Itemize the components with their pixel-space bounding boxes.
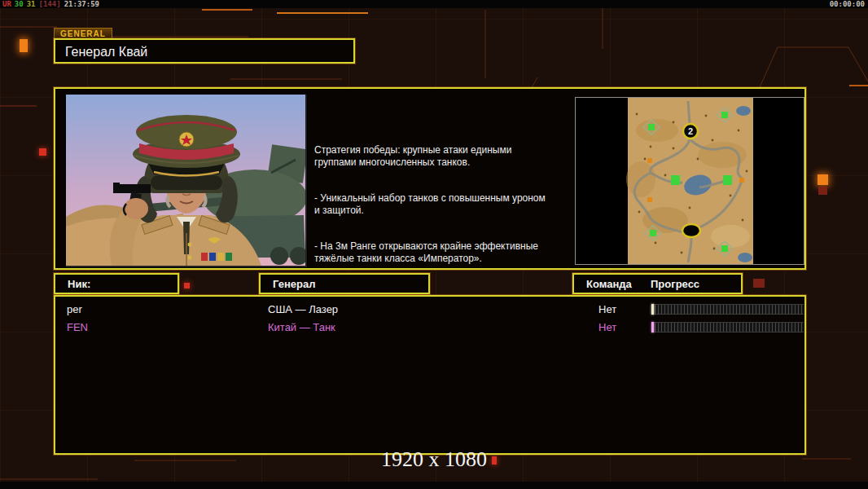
circuit-square <box>184 283 190 289</box>
player-row: per США — Лазер Нет <box>55 302 804 318</box>
session-timer: 00:00:00 <box>830 0 865 8</box>
general-title: Генерал Квай <box>65 45 147 59</box>
osd-clock: 21:37:59 <box>64 0 99 8</box>
header-nick: Ник: <box>54 273 179 294</box>
header-team-label: Команда <box>586 278 632 290</box>
general-description: Стратегия победы: крупные атаки едиными … <box>314 132 583 289</box>
general-info-panel: Стратегия победы: крупные атаки едиными … <box>54 87 806 270</box>
player-team: Нет <box>598 303 616 315</box>
osd-label: UR <box>2 0 11 8</box>
player-nick: per <box>67 303 82 315</box>
top-letterbox <box>0 0 868 8</box>
osd-framerate: [144] <box>39 0 61 8</box>
header-progress-label: Прогресс <box>651 278 699 290</box>
resolution-label: 1920 x 1080 <box>0 447 868 472</box>
player-team: Нет <box>598 321 616 333</box>
circuit-square <box>39 148 46 156</box>
lobby-screen: { "colors": { "accent_yellow": "#d6d62e"… <box>0 0 868 489</box>
minimap-start-marker-2: 2 <box>688 126 693 136</box>
circuit-square <box>753 279 765 288</box>
player-row: FEN Китай — Танк Нет <box>55 319 804 336</box>
header-general: Генерал <box>259 273 430 294</box>
bottom-letterbox <box>0 482 868 489</box>
description-paragraph: - На 3м Ранге открываются крайне эффекти… <box>314 240 583 265</box>
circuit-square <box>818 174 828 185</box>
general-title-box: Генерал Квай <box>54 38 355 64</box>
header-general-label: Генерал <box>273 278 315 290</box>
players-panel: per США — Лазер Нет FEN Китай — Танк Нет <box>54 295 806 455</box>
description-paragraph: Стратегия победы: крупные атаки едиными … <box>314 144 583 169</box>
minimap-preview[interactable]: 2 <box>575 97 804 265</box>
osd-value: 30 <box>15 0 24 8</box>
fps-osd: UR3031[144]21:37:59 <box>2 0 103 8</box>
player-nick: FEN <box>67 321 88 333</box>
circuit-square <box>20 39 28 52</box>
header-team-progress: Команда Прогресс <box>572 273 743 294</box>
player-progress-bar <box>651 322 804 333</box>
progress-fill <box>651 322 654 333</box>
general-portrait <box>65 94 308 268</box>
circuit-square <box>818 187 827 195</box>
header-nick-label: Ник: <box>68 278 90 290</box>
minimap-start-marker-bottom <box>682 224 700 237</box>
description-paragraph: - Уникальный набор танков с повышенным у… <box>314 192 583 217</box>
player-general: США — Лазер <box>268 303 338 315</box>
player-progress-bar <box>651 304 804 315</box>
osd-value: 31 <box>27 0 36 8</box>
player-general: Китай — Танк <box>268 321 335 333</box>
progress-fill <box>651 304 654 315</box>
